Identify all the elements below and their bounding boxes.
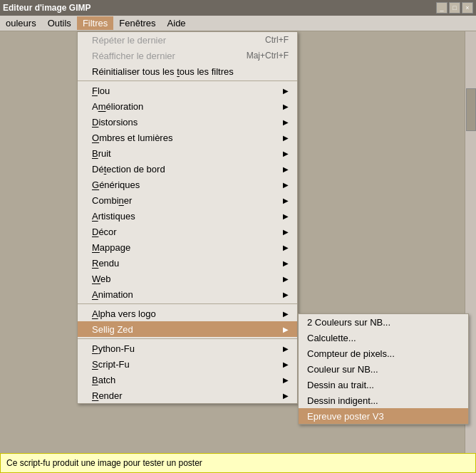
menu-couleurs[interactable]: ouleurs bbox=[0, 16, 42, 30]
window-title: Editeur d'image GIMP bbox=[3, 3, 91, 13]
submenu-calculette[interactable]: Calculette... bbox=[299, 330, 468, 345]
submenu-dessin-indigent[interactable]: Dessin indigent... bbox=[299, 393, 468, 408]
separator-3 bbox=[78, 338, 297, 339]
menu-python-fu[interactable]: Python-Fu ▶ bbox=[78, 341, 297, 356]
tooltip-bar: Ce script-fu produit une image pour test… bbox=[0, 453, 476, 473]
menu-fenetres[interactable]: Fenêtres bbox=[113, 16, 161, 30]
menu-generiques[interactable]: Génériques ▶ bbox=[78, 177, 297, 192]
close-button[interactable]: × bbox=[462, 2, 473, 14]
menu-filtres[interactable]: Filtres bbox=[77, 16, 113, 30]
submenu-compteur[interactable]: Compteur de pixels... bbox=[299, 345, 468, 361]
maximize-button[interactable]: □ bbox=[449, 2, 460, 14]
menu-ombres[interactable]: Ombres et lumières ▶ bbox=[78, 130, 297, 145]
menu-alpha-logo[interactable]: Alpha vers logo ▶ bbox=[78, 306, 297, 321]
tooltip-text: Ce script-fu produit une image pour test… bbox=[6, 458, 202, 468]
menu-animation[interactable]: Animation ▶ bbox=[78, 286, 297, 302]
menu-detection[interactable]: Détection de bord ▶ bbox=[78, 161, 297, 177]
submenu-epreuve-poster[interactable]: Epreuve poster V3 bbox=[299, 408, 468, 424]
menu-artistiques[interactable]: Artistiques ▶ bbox=[78, 208, 297, 224]
separator-1 bbox=[78, 80, 297, 81]
scrollbar-thumb[interactable] bbox=[466, 88, 476, 131]
menu-combiner[interactable]: Combiner ▶ bbox=[78, 192, 297, 208]
menu-rendu[interactable]: Rendu ▶ bbox=[78, 255, 297, 271]
minimize-button[interactable]: _ bbox=[436, 2, 447, 14]
menu-decor[interactable]: Décor ▶ bbox=[78, 224, 297, 239]
title-bar: Editeur d'image GIMP _ □ × bbox=[0, 0, 476, 16]
menu-bar: ouleurs Outils Filtres Fenêtres Aide bbox=[0, 16, 476, 31]
menu-web[interactable]: Web ▶ bbox=[78, 271, 297, 286]
menu-reafficher[interactable]: Réafficher le dernier Maj+Ctrl+F bbox=[78, 48, 297, 63]
menu-batch[interactable]: Batch ▶ bbox=[78, 372, 297, 388]
filters-dropdown: Répéter le dernier Ctrl+F Réafficher le … bbox=[77, 31, 298, 404]
menu-reinitialiser[interactable]: Réinitialiser tous les tous les filtres bbox=[78, 63, 297, 79]
menu-aide[interactable]: Aide bbox=[162, 16, 192, 30]
menu-bruit[interactable]: Bruit ▶ bbox=[78, 145, 297, 161]
menu-mappage[interactable]: Mappage ▶ bbox=[78, 239, 297, 255]
submenu-couleur-nb[interactable]: Couleur sur NB... bbox=[299, 361, 468, 377]
menu-amelioration[interactable]: Amélioration ▶ bbox=[78, 98, 297, 114]
submenu-2-couleurs[interactable]: 2 Couleurs sur NB... bbox=[299, 314, 468, 330]
menu-distorsions[interactable]: Distorsions ▶ bbox=[78, 114, 297, 130]
menu-sellig-zed[interactable]: Sellig Zed ▶ bbox=[78, 321, 297, 337]
menu-script-fu[interactable]: Script-Fu ▶ bbox=[78, 356, 297, 372]
window-controls[interactable]: _ □ × bbox=[436, 2, 473, 14]
submenu-dessin-trait[interactable]: Dessin au trait... bbox=[299, 377, 468, 393]
menu-repeter[interactable]: Répéter le dernier Ctrl+F bbox=[78, 32, 297, 48]
sellig-zed-submenu: 2 Couleurs sur NB... Calculette... Compt… bbox=[298, 313, 469, 425]
menu-outils[interactable]: Outils bbox=[42, 16, 77, 30]
menu-flou[interactable]: Flou ▶ bbox=[78, 83, 297, 98]
menu-render[interactable]: Render ▶ bbox=[78, 388, 297, 403]
separator-2 bbox=[78, 303, 297, 304]
